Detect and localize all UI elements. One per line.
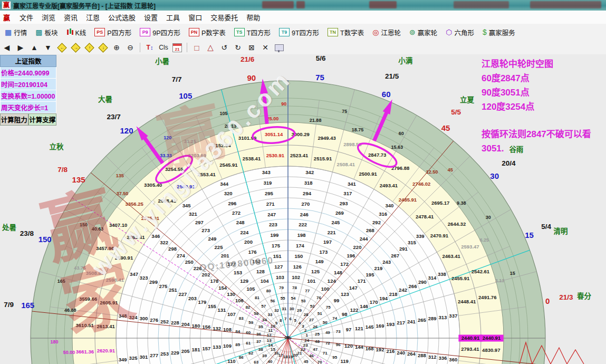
svg-text:45: 45 bbox=[441, 123, 450, 132]
svg-text:2470.91: 2470.91 bbox=[430, 233, 449, 238]
wheel-tool-delete-box[interactable]: ⊠ bbox=[245, 42, 258, 53]
menu-item-window[interactable]: 窗口 bbox=[184, 13, 206, 23]
menu-item-news[interactable]: 资讯 bbox=[60, 13, 82, 23]
wheel-tool-diamond-right[interactable]: → bbox=[69, 42, 82, 53]
menu-item-help[interactable]: 帮助 bbox=[242, 13, 264, 23]
svg-text:146: 146 bbox=[360, 303, 368, 309]
menu-item-trade-entrust[interactable]: 交易委托 bbox=[206, 13, 242, 23]
toolbar-button-9t-square[interactable]: T99T四方形 bbox=[275, 25, 323, 40]
svg-text:273: 273 bbox=[201, 227, 210, 233]
svg-text:103: 103 bbox=[276, 274, 284, 280]
wheel-tool-zoom-out[interactable]: ⊖ bbox=[124, 42, 137, 53]
calc-support-button[interactable]: 计算支撑 bbox=[28, 113, 57, 126]
toolbar-button-kline[interactable]: K线 bbox=[63, 25, 90, 40]
svg-text:2620.91: 2620.91 bbox=[97, 348, 116, 353]
wheel-tool-rotate-ccw[interactable]: ↺ bbox=[218, 42, 230, 53]
svg-text:小暑: 小暑 bbox=[155, 58, 169, 65]
menu-item-tools[interactable]: 工具 bbox=[162, 13, 184, 23]
svg-text:12: 12 bbox=[267, 333, 272, 338]
svg-text:30: 30 bbox=[290, 306, 294, 311]
wheel-tool-rotate-cw[interactable]: ↻ bbox=[232, 42, 244, 53]
wheel-tool-pointer-down[interactable]: ▼ bbox=[42, 42, 54, 53]
menu-bar: 赢 文件浏览资讯江恩公式选股设置工具窗口交易委托帮助 bbox=[0, 11, 606, 24]
background-window-artifact bbox=[369, 1, 397, 8]
svg-text:170: 170 bbox=[370, 299, 378, 305]
menu-item-browse[interactable]: 浏览 bbox=[37, 13, 60, 23]
wheel-tool-page-left[interactable]: ◀ bbox=[1, 42, 13, 53]
svg-text:61: 61 bbox=[246, 341, 251, 346]
svg-text:123: 123 bbox=[341, 291, 349, 297]
wheel-tool-pointer-up[interactable]: ▲ bbox=[28, 42, 41, 53]
toolbar-button-gann-wheel[interactable]: ◎江恩轮 bbox=[369, 25, 405, 40]
toolbar-separator bbox=[187, 43, 187, 52]
wheel-tool-center-tool[interactable]: ✕ bbox=[259, 42, 272, 53]
wheel-tool-page-right[interactable]: ▶ bbox=[14, 42, 27, 53]
svg-text:102: 102 bbox=[292, 274, 300, 280]
svg-text:70: 70 bbox=[318, 360, 322, 364]
svg-text:196: 196 bbox=[347, 253, 355, 258]
svg-text:23/7: 23/7 bbox=[107, 113, 121, 121]
calc-resistance-button[interactable]: 计算阻力 bbox=[0, 113, 28, 126]
svg-text:37: 37 bbox=[256, 339, 261, 344]
svg-text:126: 126 bbox=[293, 264, 302, 270]
toolbar-button-p-number-table[interactable]: PNP数字表 bbox=[185, 25, 229, 40]
toolbar-label: 赢家轮 bbox=[418, 27, 438, 37]
svg-text:338: 338 bbox=[438, 271, 446, 277]
wheel-tool-calendar[interactable]: 21 bbox=[171, 42, 184, 53]
svg-text:80: 80 bbox=[266, 289, 271, 293]
toolbar-button-winner-service[interactable]: $赢家服务 bbox=[479, 25, 519, 40]
menu-item-file[interactable]: 文件 bbox=[15, 13, 37, 23]
wheel-tool-diamond-left[interactable]: ← bbox=[55, 42, 68, 53]
wheel-tool-diamond-down[interactable]: ↓ bbox=[97, 42, 109, 53]
svg-text:179: 179 bbox=[198, 299, 206, 305]
svg-text:72: 72 bbox=[325, 341, 330, 346]
svg-text:105: 105 bbox=[246, 286, 255, 292]
svg-text:270: 270 bbox=[301, 201, 310, 207]
svg-text:343: 343 bbox=[262, 169, 271, 175]
toolbar-button-p-square[interactable]: PSP四方形 bbox=[91, 25, 135, 40]
svg-text:50.00: 50.00 bbox=[63, 350, 75, 355]
svg-text:96: 96 bbox=[336, 342, 341, 347]
svg-text:135: 135 bbox=[72, 175, 85, 184]
svg-text:7/9: 7/9 bbox=[4, 301, 14, 309]
sectors-icon: ▩ bbox=[35, 28, 42, 36]
svg-text:31: 31 bbox=[282, 306, 286, 311]
toolbar-button-quotes[interactable]: ▦行情 bbox=[1, 25, 31, 40]
menu-item-gann[interactable]: 江恩 bbox=[82, 13, 104, 23]
svg-text:15: 15 bbox=[510, 271, 515, 276]
svg-text:346: 346 bbox=[151, 233, 160, 239]
svg-text:320: 320 bbox=[224, 190, 233, 196]
toolbar-button-t-square[interactable]: TST四方形 bbox=[230, 25, 274, 40]
svg-text:173: 173 bbox=[319, 249, 328, 255]
wheel-tool-presentation[interactable] bbox=[273, 42, 285, 53]
svg-text:131: 131 bbox=[217, 307, 226, 313]
svg-text:122: 122 bbox=[350, 307, 359, 313]
wheel-tool-diamond-up[interactable]: ↑ bbox=[83, 42, 95, 53]
svg-text:347: 347 bbox=[130, 271, 138, 277]
wheel-tool-cls[interactable]: Cls bbox=[157, 42, 170, 53]
svg-text:78: 78 bbox=[292, 285, 297, 290]
svg-text:222: 222 bbox=[299, 222, 307, 227]
toolbar-button-9p-square[interactable]: P99P四方形 bbox=[136, 25, 184, 40]
gann-wheel-chart-area[interactable]: 1234567891011121314151617181920212223242… bbox=[0, 54, 606, 364]
wheel-tool-rect-tool[interactable]: □ bbox=[190, 42, 203, 53]
svg-text:46: 46 bbox=[309, 353, 314, 358]
svg-text:15.63: 15.63 bbox=[391, 145, 403, 150]
svg-text:120: 120 bbox=[344, 343, 353, 349]
hexagon-icon: ⬡ bbox=[446, 28, 452, 36]
toolbar-label: 赢家服务 bbox=[489, 27, 515, 37]
wheel-tool-triangle-tool[interactable]: △ bbox=[204, 42, 217, 53]
svg-text:3051.14: 3051.14 bbox=[265, 131, 283, 137]
svg-text:2455.91: 2455.91 bbox=[451, 275, 470, 281]
menu-item-settings[interactable]: 设置 bbox=[140, 13, 162, 23]
toolbar-button-winner-wheel[interactable]: ⊚赢家轮 bbox=[406, 25, 441, 40]
wheel-tool-time-scale[interactable]: T↕ bbox=[143, 42, 156, 53]
wheel-tool-zoom-in[interactable]: ⊕ bbox=[110, 42, 123, 53]
toolbar-button-t-number-table[interactable]: TNT数字表 bbox=[324, 25, 368, 40]
toolbar-button-sectors[interactable]: ▩板块 bbox=[32, 25, 61, 40]
toolbar-button-hexagon[interactable]: ⬡六角形 bbox=[442, 25, 478, 40]
menu-item-formula-stock-pick[interactable]: 公式选股 bbox=[104, 13, 140, 23]
svg-text:2493.41: 2493.41 bbox=[380, 183, 398, 188]
svg-text:147: 147 bbox=[349, 285, 358, 291]
analysis-note-title: 江恩轮中轮时空图60度2847点90度3051点120度3254点 bbox=[482, 57, 605, 114]
